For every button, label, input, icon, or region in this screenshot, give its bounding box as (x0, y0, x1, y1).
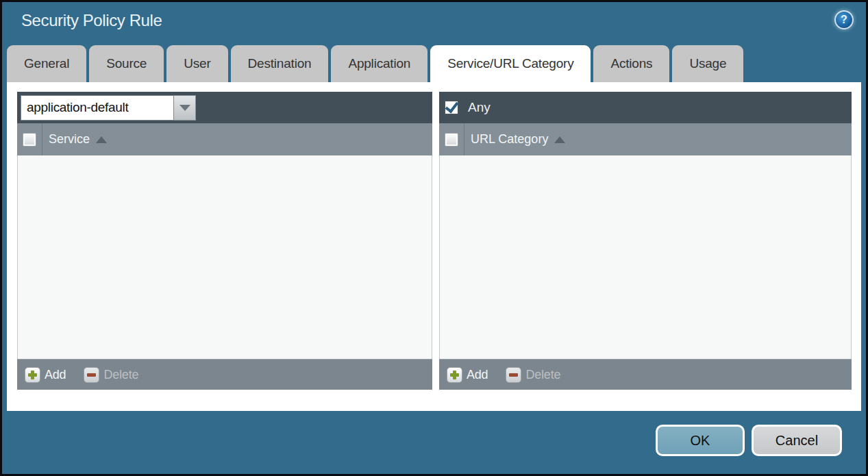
tab-service-url-category[interactable]: Service/URL Category (430, 45, 591, 82)
tab-usage[interactable]: Usage (672, 45, 743, 82)
help-icon-glyph: ? (841, 14, 847, 26)
dialog-title: Security Policy Rule (21, 11, 162, 30)
url-category-table-header: URL Category (439, 123, 852, 155)
tab-user[interactable]: User (166, 45, 227, 82)
any-label: Any (468, 100, 491, 115)
chevron-down-icon (179, 105, 190, 111)
url-category-add-button[interactable]: Add (447, 367, 488, 383)
url-category-delete-button[interactable]: Delete (506, 367, 560, 383)
service-select-all-checkbox[interactable] (23, 133, 36, 147)
url-category-panel: Any URL Category Add Delete (439, 92, 852, 390)
service-delete-button[interactable]: Delete (84, 367, 138, 383)
url-category-panel-toolbar: Any (439, 92, 852, 123)
minus-icon (84, 367, 99, 383)
service-type-dropdown[interactable]: application-default (21, 95, 196, 121)
service-add-button[interactable]: Add (25, 367, 66, 383)
tab-bar: GeneralSourceUserDestinationApplicationS… (7, 45, 743, 82)
tab-destination[interactable]: Destination (231, 45, 329, 82)
service-type-dropdown-value[interactable]: application-default (21, 95, 174, 121)
service-panel: application-default Service (17, 92, 432, 390)
cancel-button[interactable]: Cancel (752, 425, 842, 456)
help-icon[interactable]: ? (834, 10, 854, 29)
service-panel-footer: Add Delete (17, 359, 432, 390)
service-delete-label: Delete (103, 368, 138, 382)
url-category-add-label: Add (467, 368, 488, 382)
url-category-table-body[interactable] (439, 155, 852, 359)
dialog-actions: OK Cancel (656, 425, 842, 456)
service-panel-toolbar: application-default (17, 92, 432, 123)
dialog-body: application-default Service (7, 82, 861, 411)
tab-actions[interactable]: Actions (593, 45, 669, 82)
sort-ascending-icon[interactable] (96, 136, 107, 143)
any-checkbox[interactable] (444, 100, 459, 115)
url-category-column-header: URL Category (471, 132, 548, 147)
ok-button[interactable]: OK (656, 425, 745, 456)
url-category-delete-label: Delete (525, 368, 560, 382)
plus-icon (25, 367, 40, 383)
plus-icon (447, 367, 462, 383)
security-policy-rule-dialog: Security Policy Rule ? GeneralSourceUser… (0, 0, 868, 476)
service-add-label: Add (45, 368, 66, 382)
url-category-select-all-cell (439, 123, 464, 155)
minus-icon (506, 367, 521, 383)
tab-application[interactable]: Application (331, 45, 427, 82)
url-category-panel-footer: Add Delete (439, 359, 852, 390)
sort-ascending-icon[interactable] (554, 136, 565, 143)
service-column-header: Service (49, 132, 90, 147)
service-table-body[interactable] (17, 155, 432, 359)
service-select-all-cell (17, 123, 42, 155)
tab-general[interactable]: General (7, 45, 86, 82)
service-table-header: Service (17, 123, 432, 155)
service-type-dropdown-button[interactable] (174, 95, 196, 121)
url-category-select-all-checkbox[interactable] (445, 133, 458, 147)
tab-source[interactable]: Source (89, 45, 164, 82)
